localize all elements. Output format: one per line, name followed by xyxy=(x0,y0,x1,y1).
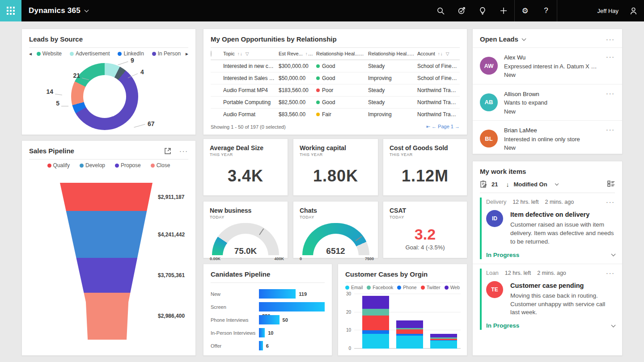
stacked-bar[interactable] xyxy=(396,320,423,349)
status-link[interactable]: In Progress xyxy=(486,322,519,329)
settings-button[interactable]: ⚙ xyxy=(515,0,536,21)
more-button[interactable]: ··· xyxy=(179,147,188,155)
legend-dot xyxy=(345,286,349,290)
funnel-segment[interactable] xyxy=(60,211,153,258)
table-row[interactable]: Audio Format MP4$183,560.00PoorSteadyNor… xyxy=(211,84,460,96)
table-row[interactable]: Audio Format$83,560.00FairImprovingNorth… xyxy=(211,108,460,120)
column-header[interactable]: Account↑↓▽ xyxy=(417,51,460,56)
funnel-segment[interactable] xyxy=(60,183,153,211)
legend-item[interactable]: Email xyxy=(345,285,363,290)
filter-icon[interactable]: ▽ xyxy=(446,51,450,56)
more-button[interactable]: ··· xyxy=(606,53,615,80)
column-header[interactable]: Topic↑↓▽ xyxy=(223,51,279,56)
open-lead-item[interactable]: ABAllison BrownWants to expandNew··· xyxy=(473,84,622,121)
chevron-down-icon[interactable] xyxy=(611,323,616,327)
stack-segment-web xyxy=(430,334,457,337)
legend-next-button[interactable]: ► xyxy=(185,51,189,56)
lead-name[interactable]: Alex Wu xyxy=(504,53,606,62)
topic-cell[interactable]: Interested in new cell p... xyxy=(223,63,279,69)
next-page-button[interactable]: → xyxy=(455,124,460,129)
chevron-down-icon[interactable] xyxy=(611,252,616,257)
legend-item[interactable]: Website xyxy=(37,51,62,57)
bar[interactable] xyxy=(259,289,296,299)
prev-page-button[interactable]: ← xyxy=(432,124,436,129)
insights-button[interactable] xyxy=(472,0,493,21)
more-button[interactable]: ··· xyxy=(606,126,615,152)
topic-cell[interactable]: Audio Format MP4 xyxy=(223,87,279,93)
app-title[interactable]: Dynamics 365 xyxy=(29,6,88,15)
work-item[interactable]: Loan12 hrs. left2 mins. ago···TECustomer… xyxy=(473,264,622,335)
more-button[interactable]: ··· xyxy=(606,90,615,116)
topic-cell[interactable]: Portable Computing xyxy=(223,99,279,105)
account-button[interactable] xyxy=(623,0,644,21)
search-button[interactable] xyxy=(430,0,451,21)
work-item-title[interactable]: Customer case pending xyxy=(510,282,615,289)
popout-icon[interactable] xyxy=(164,147,171,155)
app-launcher-button[interactable] xyxy=(0,0,21,21)
lead-name[interactable]: Allison Brown xyxy=(504,90,606,99)
legend-item[interactable]: Propose xyxy=(115,162,141,168)
legend-item[interactable]: Qualify xyxy=(47,162,70,168)
bar[interactable] xyxy=(259,302,325,311)
bar[interactable] xyxy=(259,341,263,350)
legend-item[interactable]: Close xyxy=(151,162,170,168)
avatar: TE xyxy=(486,281,503,298)
more-button[interactable]: ··· xyxy=(606,269,615,277)
open-lead-item[interactable]: BLBrian LaMeeInterested in online only s… xyxy=(473,120,622,157)
account-cell[interactable]: Northwind Trad... xyxy=(417,111,460,118)
column-header[interactable]: Est Reve...↑↓▽ xyxy=(279,51,316,56)
lead-name[interactable]: Brian LaMee xyxy=(504,126,606,135)
user-name[interactable]: Jeff Hay xyxy=(557,8,623,14)
legend-prev-button[interactable]: ◄ xyxy=(28,51,33,56)
legend-item[interactable]: In Person xyxy=(152,51,181,57)
legend-item[interactable]: Twitter xyxy=(421,285,441,290)
stacked-bar[interactable] xyxy=(362,296,389,349)
kpi-title: Chats xyxy=(300,207,372,214)
sort-icon[interactable]: ↑↓ xyxy=(305,51,311,56)
card-view-icon[interactable] xyxy=(607,181,615,187)
card-title[interactable]: Open Leads xyxy=(480,35,525,43)
account-cell[interactable]: School of Fine Art xyxy=(417,75,460,81)
column-header[interactable]: Relationship Heal...↑↓▽ xyxy=(368,51,417,56)
help-button[interactable]: ? xyxy=(536,0,557,21)
legend-item[interactable]: Advertisement xyxy=(70,51,110,57)
first-page-button[interactable]: ⇤ xyxy=(426,124,430,129)
open-lead-item[interactable]: AWAlex WuExpressed interest in A. Datum … xyxy=(473,47,622,84)
more-button[interactable]: ··· xyxy=(606,198,615,206)
bar[interactable] xyxy=(259,328,265,337)
status-link[interactable]: In Progress xyxy=(486,252,519,258)
account-cell[interactable]: Northwind Trad... xyxy=(417,87,460,93)
bar[interactable] xyxy=(259,315,280,324)
legend-item[interactable]: Facebook xyxy=(367,285,393,290)
sort-field-dropdown[interactable]: Modified On xyxy=(513,181,558,188)
donut-ring[interactable] xyxy=(71,63,138,130)
legend-item[interactable]: Phone xyxy=(397,285,416,290)
sort-icon[interactable]: ↑↓ xyxy=(438,51,443,56)
select-circle-icon[interactable] xyxy=(211,51,212,57)
work-item-title[interactable]: Item defective on delivery xyxy=(510,211,615,218)
work-item[interactable]: Delivery12 hrs. left2 mins. ago···IDItem… xyxy=(473,193,622,264)
optimize-button[interactable] xyxy=(451,0,472,21)
topic-cell[interactable]: Interested in Sales Prod... xyxy=(223,75,279,81)
table-row[interactable]: Portable Computing$82,500.00GoodSteadyNo… xyxy=(211,96,460,108)
add-button[interactable] xyxy=(493,0,514,21)
column-header[interactable]: Relationship Heal...↑↓▽ xyxy=(316,51,368,56)
topic-cell[interactable]: Audio Format xyxy=(223,111,279,118)
select-all-cell[interactable] xyxy=(211,51,223,56)
table-row[interactable]: Interested in new cell p...$300,000.00Go… xyxy=(211,60,460,72)
funnel-shape[interactable] xyxy=(60,183,153,340)
legend-item[interactable]: Develop xyxy=(80,162,105,168)
sort-icon[interactable]: ↑↓ xyxy=(237,51,243,56)
more-button[interactable]: ··· xyxy=(606,36,615,43)
account-cell[interactable]: Northwind Trad... xyxy=(417,99,460,105)
table-row[interactable]: Interested in Sales Prod...$50,000.00Goo… xyxy=(211,72,460,84)
legend-item[interactable]: LinkedIn xyxy=(118,51,144,57)
filter-icon[interactable]: ▽ xyxy=(246,51,250,56)
health-cell: Fair xyxy=(316,111,368,118)
legend-item[interactable]: Web xyxy=(445,285,460,290)
funnel-segment[interactable] xyxy=(60,258,153,292)
funnel-segment[interactable] xyxy=(60,293,153,340)
account-cell[interactable]: School of Fine Art xyxy=(417,63,460,69)
sort-direction-icon[interactable]: ↓ xyxy=(506,181,509,188)
stacked-bar[interactable] xyxy=(430,334,457,349)
